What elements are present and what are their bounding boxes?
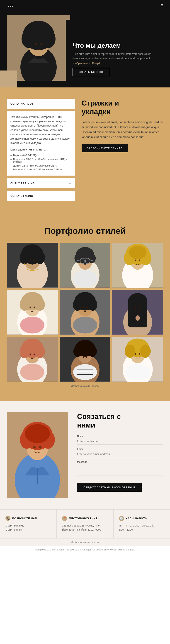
phone-icon: 📞 — [6, 516, 11, 521]
services-heading: Стрижки и укладки — [81, 99, 163, 116]
price-item-2: Дети 5–12 лет (60–90 долларов США)+ — [11, 164, 71, 167]
footer-hours-title: ЧАСЫ РАБОТЫ — [126, 517, 148, 520]
svg-point-54 — [73, 299, 81, 311]
svg-point-73 — [35, 345, 45, 358]
svg-point-107 — [39, 446, 41, 448]
svg-point-6 — [26, 23, 51, 41]
portfolio-item-3 — [112, 243, 163, 288]
svg-point-76 — [20, 364, 44, 380]
svg-point-13 — [20, 251, 30, 264]
hero-section: Что мы делаем Duis aute irure dolor in r… — [0, 10, 170, 88]
service-styling-label: CURLY STYLING — [11, 194, 33, 197]
svg-point-16 — [33, 260, 35, 261]
svg-point-30 — [87, 260, 88, 262]
nav-logo: logo — [7, 4, 14, 7]
footer-phone-line1: 1 (234) 567-891, — [6, 524, 51, 528]
email-field-group: Email — [77, 448, 163, 457]
svg-point-64 — [135, 306, 136, 308]
email-input[interactable] — [77, 451, 163, 457]
price-item-0: Взрослый (75-110$)+ — [11, 154, 71, 156]
footer-location-line2: Йорк, штат Нью-Йорк 52103-9000 — [62, 528, 108, 532]
service-price-list: Взрослый (75-110$)+ Подросток 13–17 лет … — [11, 154, 71, 171]
hero-description: Duis aute irure dolor in reprehenderit i… — [72, 52, 156, 60]
svg-point-23 — [88, 253, 96, 263]
portfolio-person-9 — [112, 337, 163, 382]
services-cta-button[interactable]: ЗАБРОНИРУЙТЕ СЕЙЧАС — [81, 144, 128, 152]
contact-image — [7, 412, 68, 498]
contact-person-svg — [7, 412, 68, 498]
services-section: CURLY HAIRCUT → Техника сухой стрижки, к… — [0, 88, 170, 215]
price-item-1: Подросток 13–17 лет (65–95 долларов США)… — [11, 158, 71, 163]
footer-phone-title: ПОЗВОНИТЕ НАМ — [12, 517, 37, 520]
svg-point-58 — [73, 316, 97, 333]
footer-info: 📞 ПОЗВОНИТЕ НАМ 1 (234) 567-891, 1 (234)… — [0, 509, 170, 538]
svg-point-48 — [34, 306, 35, 308]
hero-content: Что мы делаем Duis aute irure dolor in r… — [66, 20, 163, 88]
svg-point-84 — [86, 353, 88, 355]
svg-point-57 — [86, 306, 88, 308]
contact-form: Связаться с нами Name Email Message ПРЕД… — [77, 412, 163, 492]
svg-point-106 — [33, 446, 36, 448]
services-right-content: Стрижки и укладки Lorem ipsum dolor sit … — [81, 99, 163, 204]
svg-point-17 — [24, 264, 25, 265]
portfolio-heading: Портфолио стилей — [7, 226, 163, 236]
svg-point-94 — [140, 344, 151, 358]
hours-icon: 🕐 — [119, 516, 124, 521]
hero-image-wrapper — [0, 10, 72, 88]
hero-cta-button[interactable]: УЗНАТЬ БОЛЬШЕ — [72, 68, 110, 76]
svg-point-7 — [35, 43, 37, 45]
portfolio-person-7 — [7, 337, 58, 382]
portfolio-item-7 — [7, 337, 58, 382]
submit-button[interactable]: ПРЕДСТАВЛЯТЬ НА РАССМОТРЕНИЕ — [77, 483, 142, 492]
svg-point-8 — [40, 43, 42, 45]
services-description: Lorem ipsum dolor sit amet, consectetur … — [81, 120, 163, 140]
footer-col-hours: 🕐 ЧАСЫ РАБОТЫ Пн – Пт ….. 11:00 – 20:00,… — [114, 510, 170, 538]
navigation: logo ≡ — [0, 0, 170, 10]
svg-point-93 — [125, 344, 135, 358]
portfolio-person-3 — [112, 243, 163, 288]
portfolio-item-4 — [7, 290, 58, 335]
name-label: Name — [77, 435, 163, 438]
svg-point-82 — [88, 346, 97, 357]
service-haircut-detail: Техника сухой стрижки, которая на 100% с… — [7, 112, 75, 176]
svg-point-75 — [34, 354, 35, 355]
name-input[interactable] — [77, 438, 163, 444]
service-item-training[interactable]: CURLY TRAINING → — [7, 178, 75, 188]
contact-heading: Связаться с нами — [77, 412, 163, 430]
portfolio-person-1 — [7, 243, 58, 288]
price-item-3: Малыши 1–4 лет (40–55 долларов США)+ — [11, 168, 71, 171]
service-item-styling[interactable]: CURLY STYLING → — [7, 191, 75, 201]
svg-point-56 — [82, 306, 84, 308]
message-label: Message — [77, 460, 163, 463]
hero-title: Что мы делаем — [72, 42, 156, 49]
service-haircut-desc: Техника сухой стрижки, которая на 100% с… — [11, 115, 71, 145]
nav-menu-button[interactable]: ≡ — [160, 3, 163, 8]
svg-point-15 — [30, 260, 31, 261]
name-field-group: Name — [77, 435, 163, 444]
svg-point-29 — [82, 260, 83, 262]
service-price-title: Цена зависит от стилиста: — [11, 148, 71, 152]
service-haircut-label: CURLY HAIRCUT — [11, 102, 34, 105]
message-textarea[interactable] — [77, 464, 163, 476]
svg-point-55 — [89, 299, 97, 311]
footer-col-location: 📍 МЕСТОПОЛОЖЕНИЕ 121 Rock Street, 21 Ave… — [57, 510, 113, 538]
footer-location-title: МЕСТОПОЛОЖЕНИЕ — [69, 517, 98, 520]
svg-point-72 — [20, 345, 30, 358]
svg-point-38 — [129, 246, 147, 259]
svg-point-39 — [135, 260, 136, 261]
portfolio-freepik: Изображение из Freepik — [7, 384, 163, 387]
svg-point-65 — [139, 306, 140, 308]
service-item-haircut[interactable]: CURLY HAIRCUT → — [7, 99, 75, 109]
portfolio-grid — [7, 243, 163, 382]
svg-point-97 — [126, 364, 150, 380]
svg-point-83 — [82, 353, 84, 355]
svg-point-47 — [30, 306, 31, 308]
svg-point-45 — [20, 298, 30, 311]
portfolio-item-1 — [7, 243, 58, 288]
portfolio-person-4 — [7, 290, 58, 335]
svg-point-81 — [73, 346, 82, 357]
footer-freepik: Изображение из Freepik — [0, 538, 170, 546]
portfolio-person-8 — [60, 337, 111, 382]
svg-point-63 — [128, 293, 147, 308]
portfolio-item-6 — [112, 290, 163, 335]
